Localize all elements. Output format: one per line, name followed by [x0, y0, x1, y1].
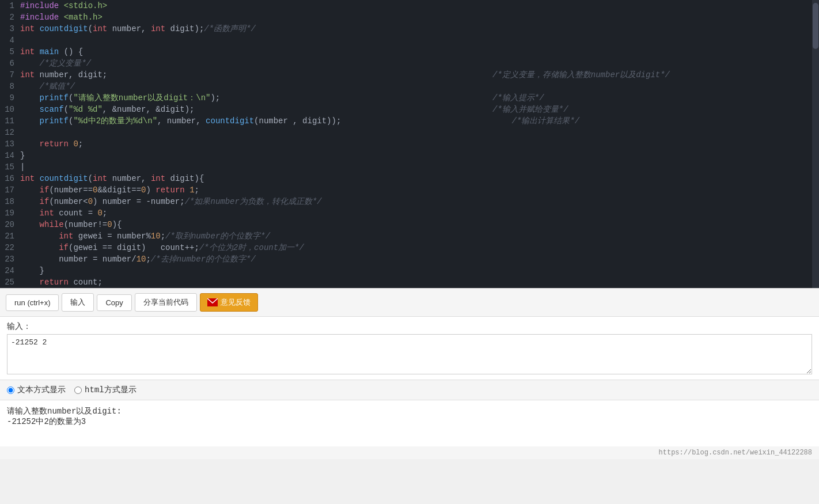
output-line-2: -21252中2的数量为3 [7, 416, 812, 427]
input-label: 输入： [7, 321, 812, 332]
code-content: 1 #include <stdio.h> 2 #include <math.h>… [0, 0, 812, 288]
code-line: 4 [0, 35, 812, 46]
code-line: 11 printf("%d中2的数量为%d\n", number, countd… [0, 115, 812, 127]
scrollbar-thumb[interactable] [813, 3, 818, 49]
code-editor: 1 #include <stdio.h> 2 #include <math.h>… [0, 0, 819, 288]
input-section: 输入： -21252 2 [0, 317, 819, 380]
code-line: 14 } [0, 150, 812, 161]
run-button[interactable]: run (ctrl+x) [6, 294, 59, 311]
code-line: 25 return count; [0, 276, 812, 288]
code-line: 23 number = number/10;/*去掉number的个位数字*/ [0, 253, 812, 265]
code-line: 24 } [0, 265, 812, 276]
footer-link-text: https://blog.csdn.net/weixin_44122288 [659, 449, 812, 457]
code-line: 13 return 0; [0, 138, 812, 150]
text-display-option[interactable]: 文本方式显示 [7, 385, 66, 395]
code-line: 10 scanf("%d %d", &number, &digit); /*输入… [0, 104, 812, 115]
code-line: 2 #include <math.h> [0, 12, 812, 23]
text-radio[interactable] [7, 386, 14, 394]
code-line: 5 int main () { [0, 46, 812, 58]
text-display-label: 文本方式显示 [17, 385, 66, 395]
code-line: 19 int count = 0; [0, 207, 812, 219]
code-line: 12 [0, 127, 812, 138]
output-section: 请输入整数number以及digit: -21252中2的数量为3 [0, 400, 819, 446]
output-line-1: 请输入整数number以及digit: [7, 406, 812, 416]
code-line: 3 int countdigit(int number, int digit);… [0, 23, 812, 35]
code-line: 22 if(gewei == digit) count++;/*个位为2时，co… [0, 242, 812, 253]
html-radio[interactable] [74, 386, 82, 394]
footer: https://blog.csdn.net/weixin_44122288 [0, 446, 819, 459]
code-lines: 1 #include <stdio.h> 2 #include <math.h>… [0, 0, 812, 288]
toolbar: run (ctrl+x) 输入 Copy 分享当前代码 意见反馈 [0, 288, 819, 317]
code-line: 9 printf("请输入整数number以及digit：\n"); /*输入提… [0, 92, 812, 104]
display-options: 文本方式显示 html方式显示 [0, 380, 819, 400]
feedback-label: 意见反馈 [221, 297, 251, 308]
copy-button[interactable]: Copy [97, 294, 131, 311]
code-line: 6 /*定义变量*/ [0, 58, 812, 69]
code-line: 16 int countdigit(int number, int digit)… [0, 173, 812, 184]
code-line: 17 if(number==0&&digit==0) return 1; [0, 184, 812, 196]
code-line: 15 | [0, 161, 812, 173]
code-line: 21 int gewei = number%10;/*取到number的个位数字… [0, 230, 812, 242]
code-line: 7 int number, digit; /*定义变量，存储输入整数number… [0, 69, 812, 81]
email-icon [207, 298, 218, 306]
html-display-label: html方式显示 [85, 385, 136, 395]
code-line: 20 while(number!=0){ [0, 219, 812, 230]
scrollbar[interactable] [812, 0, 819, 288]
html-display-option[interactable]: html方式显示 [74, 385, 136, 395]
code-line: 8 /*赋值*/ [0, 81, 812, 92]
input-button[interactable]: 输入 [62, 293, 94, 312]
code-line: 1 #include <stdio.h> [0, 0, 812, 12]
code-line: 18 if(number<0) number = -number;/*如果num… [0, 196, 812, 207]
share-button[interactable]: 分享当前代码 [135, 293, 197, 312]
feedback-button[interactable]: 意见反馈 [200, 293, 258, 312]
input-textarea[interactable]: -21252 2 [7, 334, 812, 374]
